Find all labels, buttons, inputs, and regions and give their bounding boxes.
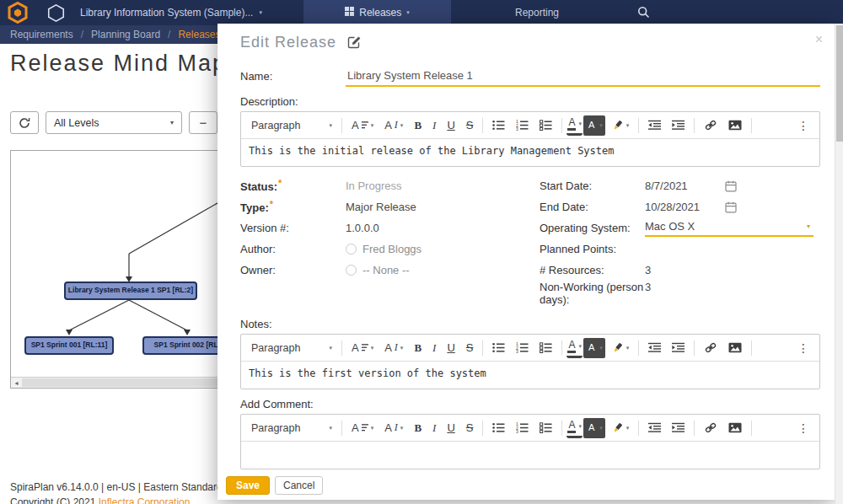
operating-system-select[interactable]: Mac OS X ▾ — [645, 220, 813, 237]
bullet-list-button[interactable] — [487, 338, 510, 358]
end-date-calendar-icon[interactable] — [725, 201, 737, 213]
font-size-dropdown[interactable]: A▾ — [346, 338, 379, 358]
mindmap-node-release[interactable]: Library System Release 1 SP1 [RL:2] — [64, 281, 197, 300]
decrease-indent-button[interactable] — [643, 338, 666, 358]
text-style-dropdown[interactable]: AI▾ — [379, 418, 408, 438]
checklist-button[interactable] — [534, 418, 557, 438]
start-date-calendar-icon[interactable] — [725, 180, 737, 192]
resources-value: 3 — [645, 264, 651, 276]
bullet-list-button[interactable] — [487, 115, 510, 136]
background-color-dropdown[interactable]: A▾ — [583, 338, 605, 358]
italic-button[interactable]: I — [427, 338, 441, 358]
font-size-dropdown[interactable]: A▾ — [346, 115, 379, 136]
breadcrumb-requirements[interactable]: Requirements — [10, 29, 73, 40]
text-style-dropdown[interactable]: AI▾ — [379, 338, 408, 358]
more-options-button[interactable]: ⋮ — [792, 338, 814, 358]
insert-image-button[interactable] — [723, 338, 747, 358]
increase-indent-button[interactable] — [667, 418, 690, 438]
italic-button[interactable]: I — [427, 115, 441, 136]
paragraph-style-select[interactable]: Paragraph▾ — [246, 338, 337, 358]
numbered-list-button[interactable]: 123 — [511, 418, 534, 438]
toolbar-separator — [341, 340, 342, 356]
owner-radio[interactable] — [346, 265, 357, 276]
name-input[interactable] — [346, 69, 820, 87]
description-editor-content[interactable]: This is the initial release of the Libra… — [241, 139, 819, 166]
start-date-row: Start Date: 8/7/2021 — [540, 175, 820, 196]
close-button[interactable]: × — [815, 32, 823, 47]
cancel-button[interactable]: Cancel — [275, 476, 323, 495]
nav-reporting-menu[interactable]: Reporting — [515, 0, 559, 25]
zoom-out-button[interactable]: − — [189, 111, 217, 134]
hexagon-outline-icon[interactable] — [47, 3, 65, 25]
chevron-down-icon: ▾ — [400, 345, 404, 351]
refresh-icon — [19, 117, 30, 129]
numbered-list-icon: 123 — [516, 422, 529, 433]
add-comment-editor-content[interactable] — [241, 442, 819, 469]
vertical-scrollbar[interactable] — [835, 24, 843, 504]
italic-button[interactable]: I — [427, 418, 441, 438]
insert-image-button[interactable] — [723, 418, 747, 438]
search-icon — [637, 6, 650, 19]
highlight-color-dropdown[interactable]: ▾ — [606, 115, 635, 136]
vertical-scrollbar-thumb[interactable] — [836, 25, 843, 142]
insert-link-button[interactable] — [699, 115, 722, 136]
insert-link-button[interactable] — [699, 418, 722, 438]
background-color-dropdown[interactable]: A▾ — [583, 115, 605, 136]
increase-indent-button[interactable] — [667, 338, 690, 358]
highlighter-icon — [611, 422, 624, 434]
svg-text:3: 3 — [516, 349, 518, 353]
bullet-list-button[interactable] — [487, 418, 510, 438]
size-lines-icon — [362, 343, 368, 352]
type-value: Major Release — [346, 201, 416, 213]
decrease-indent-button[interactable] — [643, 418, 666, 438]
breadcrumb-separator: / — [81, 29, 83, 40]
paragraph-style-select[interactable]: Paragraph▾ — [246, 418, 337, 438]
increase-indent-icon — [672, 422, 685, 433]
underline-button[interactable]: U — [442, 115, 459, 136]
inflectra-link[interactable]: Inflectra Corporation — [99, 496, 191, 504]
project-selector[interactable]: Library Information System (Sample)... ▾ — [80, 0, 262, 25]
increase-indent-button[interactable] — [667, 115, 690, 136]
mindmap-node-sprint-001[interactable]: SP1 Sprint 001 [RL:11] — [24, 336, 114, 355]
author-radio[interactable] — [346, 244, 357, 255]
text-color-dropdown[interactable]: A▾ — [566, 115, 583, 136]
highlight-color-dropdown[interactable]: ▾ — [606, 338, 635, 358]
background-color-dropdown[interactable]: A▾ — [583, 418, 605, 438]
bold-button[interactable]: B — [409, 115, 427, 136]
numbered-list-button[interactable]: 123 — [511, 115, 534, 136]
insert-image-button[interactable] — [723, 115, 747, 136]
text-style-dropdown[interactable]: AI▾ — [379, 115, 408, 136]
end-date-value[interactable]: 10/28/2021 — [645, 201, 725, 213]
bold-button[interactable]: B — [409, 338, 427, 358]
text-color-dropdown[interactable]: A▾ — [566, 418, 583, 438]
inflectra-hexagon-logo[interactable] — [8, 2, 28, 26]
strikethrough-button[interactable]: S — [461, 115, 479, 136]
strikethrough-button[interactable]: S — [461, 338, 479, 358]
strikethrough-button[interactable]: S — [461, 418, 479, 438]
numbered-list-button[interactable]: 123 — [511, 338, 534, 358]
chevron-down-icon: ▾ — [371, 345, 374, 351]
scroll-left-arrow-icon[interactable]: ◂ — [11, 378, 22, 388]
increase-indent-icon — [672, 120, 685, 131]
highlight-color-dropdown[interactable]: ▾ — [606, 418, 635, 438]
search-button[interactable] — [637, 6, 650, 21]
start-date-value[interactable]: 8/7/2021 — [645, 180, 725, 192]
bold-button[interactable]: B — [409, 418, 427, 438]
level-filter-select[interactable]: All Levels ▾ — [46, 111, 182, 134]
save-button[interactable]: Save — [226, 476, 270, 495]
nav-releases-menu[interactable]: Releases ▾ — [303, 0, 451, 25]
more-options-button[interactable]: ⋮ — [792, 115, 814, 136]
insert-link-button[interactable] — [699, 338, 722, 358]
underline-button[interactable]: U — [442, 418, 459, 438]
refresh-button[interactable] — [10, 111, 39, 134]
underline-button[interactable]: U — [442, 338, 459, 358]
checklist-button[interactable] — [534, 115, 557, 136]
font-size-dropdown[interactable]: A▾ — [346, 418, 379, 438]
checklist-button[interactable] — [534, 338, 557, 358]
more-options-button[interactable]: ⋮ — [792, 418, 814, 438]
notes-editor-content[interactable]: This is the first version of the system — [241, 362, 819, 389]
breadcrumb-planning-board[interactable]: Planning Board — [91, 29, 160, 40]
text-color-dropdown[interactable]: A▾ — [566, 338, 583, 358]
paragraph-style-select[interactable]: Paragraph▾ — [246, 115, 337, 136]
decrease-indent-button[interactable] — [643, 115, 666, 136]
